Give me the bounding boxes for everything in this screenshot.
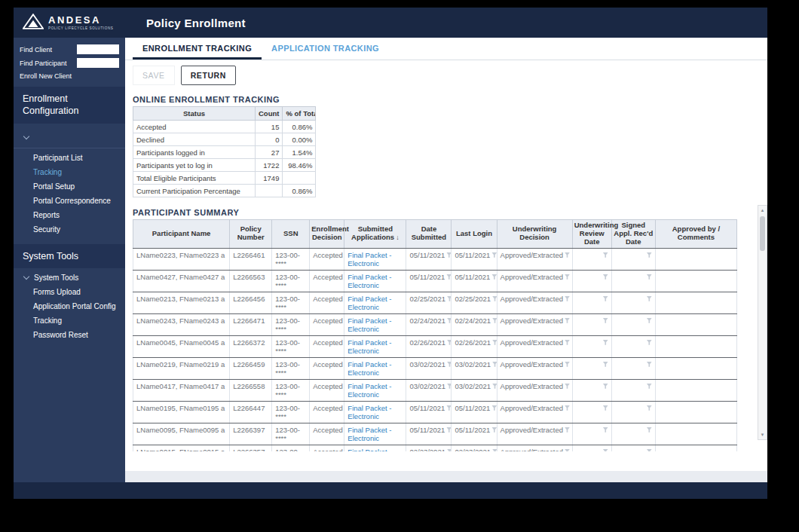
filter-icon[interactable] <box>565 318 570 323</box>
sidebar-item-application-portal-config[interactable]: Application Portal Config <box>14 299 125 313</box>
participant-row[interactable]: LName0219, FName0219 aL2266459123-00-***… <box>133 357 737 379</box>
section-collapse-toggle[interactable] <box>14 124 125 148</box>
vertical-scrollbar[interactable]: ▲ ▼ <box>758 205 767 440</box>
tab-application-tracking[interactable]: APPLICATION TRACKING <box>262 38 389 60</box>
participant-row[interactable]: LName0015, FName0015 aL2266357123-00-***… <box>133 445 737 451</box>
filter-icon[interactable] <box>491 405 497 411</box>
submitted-application-link[interactable]: Final Packet - Electronic <box>347 448 391 451</box>
participant-row[interactable]: LName0243, FName0243 aL2266471123-00-***… <box>133 313 737 335</box>
sidebar-item-participant-list[interactable]: Participant List <box>14 151 125 165</box>
submitted-application-link[interactable]: Final Packet - Electronic <box>347 382 391 399</box>
filter-icon[interactable] <box>647 318 652 323</box>
sidebar-item-password-reset[interactable]: Password Reset <box>14 328 125 342</box>
sidebar-item-tracking[interactable]: Tracking <box>14 165 125 179</box>
online-tracking-cell: 0 <box>256 133 283 146</box>
filter-icon[interactable] <box>565 274 570 280</box>
sidebar-item-reports[interactable]: Reports <box>14 208 125 222</box>
filter-icon[interactable] <box>603 384 608 389</box>
participant-row[interactable]: LName0417, FName0417 aL2266558123-00-***… <box>133 379 737 401</box>
participant-row[interactable]: LName0195, FName0195 aL2266447123-00-***… <box>133 401 737 423</box>
scroll-up-button[interactable]: ▲ <box>758 206 767 215</box>
system-tools-section[interactable]: System Tools <box>14 244 125 268</box>
policy-number-header[interactable]: Policy Number <box>230 220 272 249</box>
submitted-application-link[interactable]: Final Packet - Electronic <box>347 251 391 268</box>
scroll-down-button[interactable]: ▼ <box>758 430 767 439</box>
return-button[interactable]: RETURN <box>181 66 236 85</box>
filter-icon[interactable] <box>647 427 652 433</box>
filter-icon[interactable] <box>491 252 497 258</box>
participant-name-header[interactable]: Participant Name <box>133 220 230 249</box>
participant-row[interactable]: LName0427, FName0427 aL2266563123-00-***… <box>133 270 737 292</box>
filter-icon[interactable] <box>491 274 497 280</box>
filter-icon[interactable] <box>603 318 608 323</box>
submitted-application-link[interactable]: Final Packet - Electronic <box>347 273 391 289</box>
find-participant-input[interactable] <box>77 58 119 68</box>
submitted-applications-header[interactable]: Submitted Applications↓ <box>344 220 406 249</box>
ssn-header[interactable]: SSN <box>272 220 310 249</box>
sidebar-item-security[interactable]: Security <box>14 222 125 237</box>
approved-by-comments-header[interactable]: Approved by / Comments <box>655 220 736 249</box>
filter-icon[interactable] <box>565 362 570 367</box>
policy-number-cell: L2266471 <box>230 313 272 335</box>
filter-icon[interactable] <box>565 340 570 345</box>
filter-icon[interactable] <box>603 274 608 280</box>
filter-icon[interactable] <box>647 274 652 280</box>
underwriting-decision-header[interactable]: Underwriting Decision <box>497 220 572 249</box>
filter-icon[interactable] <box>603 296 608 301</box>
underwriting-review-date-cell <box>572 445 611 451</box>
tab-enrollment-tracking[interactable]: ENROLLMENT TRACKING <box>133 38 262 60</box>
save-button[interactable]: SAVE <box>133 66 175 85</box>
sidebar-item-tracking[interactable]: Tracking <box>14 313 125 328</box>
online-tracking-cell: 1722 <box>256 159 283 172</box>
filter-icon[interactable] <box>647 252 652 258</box>
filter-icon[interactable] <box>446 252 452 258</box>
enroll-new-client-link[interactable]: Enroll New Client <box>14 72 125 87</box>
date-submitted-header[interactable]: Date Submitted <box>406 220 452 249</box>
filter-icon[interactable] <box>565 449 570 451</box>
filter-icon[interactable] <box>647 405 652 411</box>
filter-icon[interactable] <box>446 427 452 433</box>
submitted-application-link[interactable]: Final Packet - Electronic <box>347 316 391 333</box>
filter-icon[interactable] <box>603 340 608 345</box>
submitted-application-link[interactable]: Final Packet - Electronic <box>347 295 391 311</box>
filter-icon[interactable] <box>446 405 452 411</box>
filter-icon[interactable] <box>491 427 497 433</box>
filter-icon[interactable] <box>603 405 608 411</box>
filter-icon[interactable] <box>565 427 570 433</box>
filter-icon[interactable] <box>603 252 608 258</box>
last-login-header[interactable]: Last Login <box>452 220 497 249</box>
filter-icon[interactable] <box>647 449 652 451</box>
filter-icon[interactable] <box>565 384 570 389</box>
sidebar-item-portal-setup[interactable]: Portal Setup <box>14 179 125 194</box>
participant-row[interactable]: LName0213, FName0213 aL2266456123-00-***… <box>133 292 737 313</box>
submitted-application-link[interactable]: Final Packet - Electronic <box>347 360 391 377</box>
filter-icon[interactable] <box>446 274 452 280</box>
submitted-application-link[interactable]: Final Packet - Electronic <box>347 426 391 442</box>
online-tracking-cell <box>256 185 283 197</box>
filter-icon[interactable] <box>603 449 608 451</box>
filter-icon[interactable] <box>565 405 570 411</box>
participant-row[interactable]: LName0045, FName0045 aL2266372123-00-***… <box>133 335 737 357</box>
filter-icon[interactable] <box>565 252 570 258</box>
sidebar-item-forms-upload[interactable]: Forms Upload <box>14 285 125 299</box>
filter-icon[interactable] <box>565 296 570 301</box>
filter-icon[interactable] <box>647 362 652 367</box>
find-client-input[interactable] <box>77 44 119 54</box>
scrollbar-thumb[interactable] <box>760 216 765 251</box>
participant-row[interactable]: LName0095, FName0095 aL2266397123-00-***… <box>133 423 737 445</box>
participant-row[interactable]: LName0223, FName0223 aL2266461123-00-***… <box>133 248 737 270</box>
policy-number-cell: L2266456 <box>230 292 272 313</box>
sort-desc-icon[interactable]: ↓ <box>396 234 400 241</box>
submitted-application-link[interactable]: Final Packet - Electronic <box>347 404 391 420</box>
filter-icon[interactable] <box>603 427 608 433</box>
filter-icon[interactable] <box>647 296 652 301</box>
underwriting-review-date-header[interactable]: Underwriting Review Date <box>572 220 611 249</box>
filter-icon[interactable] <box>603 362 608 367</box>
sidebar-item-portal-correspondence[interactable]: Portal Correspondence <box>14 194 125 208</box>
enrollment-decision-header[interactable]: Enrollment Decision <box>310 220 344 249</box>
enrollment-configuration-section[interactable]: Enrollment Configuration <box>14 87 125 124</box>
sidebar-item-system-tools[interactable]: System Tools <box>14 271 125 285</box>
filter-icon[interactable] <box>647 384 652 389</box>
submitted-application-link[interactable]: Final Packet - Electronic <box>347 338 391 355</box>
filter-icon[interactable] <box>647 340 652 345</box>
